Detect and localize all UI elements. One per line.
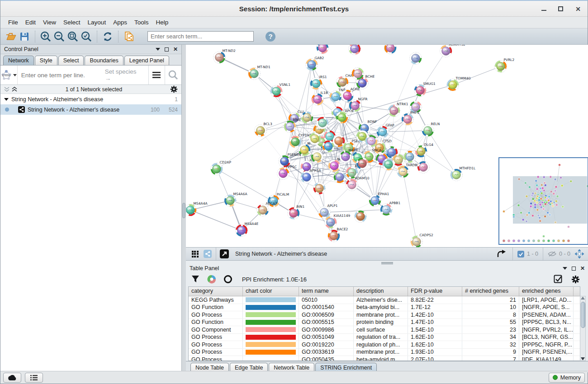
- network-node[interactable]: TOMM40: [447, 76, 471, 91]
- collection-expand-icon[interactable]: [4, 98, 9, 101]
- network-node[interactable]: PVRL2: [495, 58, 515, 73]
- network-options-gear-icon[interactable]: [170, 85, 178, 93]
- column-header-chart-color[interactable]: chart color: [243, 287, 299, 296]
- network-node[interactable]: DLG4: [415, 143, 434, 158]
- menu-file[interactable]: File: [5, 18, 21, 27]
- minimize-button[interactable]: [541, 7, 546, 11]
- network-node[interactable]: GFAP: [377, 123, 394, 138]
- menu-tools[interactable]: Tools: [131, 18, 152, 27]
- maximize-button[interactable]: [558, 6, 563, 11]
- network-view-canvas[interactable]: MT-ND2MT-ND1VSNL1GAB2ADAMTS2PVRL2TOMM40S…: [186, 45, 588, 247]
- network-node[interactable]: [334, 171, 346, 183]
- string-terms-input[interactable]: [18, 72, 105, 79]
- network-node[interactable]: ABCA7: [257, 201, 277, 216]
- network-node[interactable]: [317, 45, 329, 54]
- network-node[interactable]: PHF1: [402, 111, 419, 126]
- network-node[interactable]: [393, 154, 405, 166]
- string-protein-query-dropdown[interactable]: STRING: [0, 66, 18, 84]
- table-panel-resize-grip[interactable]: [186, 261, 588, 264]
- table-row[interactable]: GO ProcessGO:0033619membrane prot...1.93…: [189, 349, 580, 356]
- table-panel-float-icon[interactable]: [572, 267, 576, 271]
- table-row[interactable]: GO FunctionGO:0001540beta-amyloid bi...1…: [189, 304, 580, 312]
- table-panel-close-icon[interactable]: ✕: [580, 265, 585, 272]
- network-node[interactable]: GAB2: [306, 56, 324, 71]
- refresh-icon[interactable]: [101, 30, 114, 43]
- network-node[interactable]: APBB1: [380, 201, 401, 216]
- table-panel-menu-icon[interactable]: [563, 267, 567, 270]
- column-header-category[interactable]: category: [189, 287, 243, 296]
- network-node[interactable]: SMUG1: [414, 82, 436, 97]
- table-row[interactable]: GO ComponentGO:0009986cell surface1.54E-…: [189, 326, 580, 334]
- network-node[interactable]: CHAT: [337, 74, 355, 89]
- network-node[interactable]: [309, 133, 321, 145]
- task-history-button[interactable]: [25, 373, 43, 383]
- table-row[interactable]: KEGG Pathways05010Alzheimer's dise...8.8…: [189, 296, 580, 304]
- menu-help[interactable]: Help: [152, 18, 171, 27]
- menu-edit[interactable]: Edit: [22, 18, 39, 27]
- network-node[interactable]: [352, 68, 364, 80]
- set-species-link[interactable]: Set species →: [105, 68, 148, 82]
- network-node[interactable]: CD2AP: [211, 160, 232, 175]
- birdseye-toggle-icon[interactable]: [201, 248, 214, 260]
- column-header-term-name[interactable]: term name: [299, 287, 354, 296]
- help-icon[interactable]: ?: [264, 30, 277, 43]
- menu-apps[interactable]: Apps: [110, 18, 130, 27]
- close-button[interactable]: ✕: [575, 6, 581, 12]
- network-node[interactable]: [333, 135, 345, 147]
- collapse-all-icon[interactable]: [4, 87, 10, 92]
- clone-network-icon[interactable]: [122, 30, 136, 43]
- network-node[interactable]: [404, 151, 416, 163]
- network-node[interactable]: [355, 211, 367, 223]
- query-search-icon[interactable]: [165, 66, 181, 84]
- network-node[interactable]: [356, 158, 369, 170]
- panel-float-icon[interactable]: [165, 47, 169, 52]
- network-node[interactable]: [349, 45, 361, 55]
- network-collection-row[interactable]: String Network - Alzheimer's disease 1: [0, 94, 181, 104]
- network-node[interactable]: IRS1: [310, 75, 327, 90]
- zoom-fit-icon[interactable]: [66, 30, 80, 43]
- scroll-down-icon[interactable]: [581, 357, 585, 360]
- scroll-up-icon[interactable]: [581, 297, 585, 300]
- panel-close-icon[interactable]: ✕: [173, 46, 178, 52]
- tab-network[interactable]: Network: [3, 56, 34, 65]
- search-input[interactable]: [147, 31, 254, 42]
- network-row[interactable]: String Network - Alzheimer's disease 100…: [0, 104, 181, 115]
- app-store-cloud-button[interactable]: [3, 373, 21, 383]
- table-row[interactable]: GO ProcessGO:0051049regulation of tra...…: [189, 334, 580, 342]
- expand-all-icon[interactable]: [12, 87, 18, 92]
- network-node[interactable]: CADPS2: [411, 233, 433, 248]
- table-row[interactable]: GO ProcessGO:0019220regulation of ph...1…: [189, 341, 580, 349]
- open-in-browser-icon[interactable]: [218, 248, 231, 260]
- network-node[interactable]: MT-ND2: [213, 49, 236, 64]
- network-node[interactable]: [317, 117, 329, 129]
- column-header-enriched-genes[interactable]: enriched genes: [519, 287, 574, 296]
- tab-boundaries[interactable]: Boundaries: [85, 56, 123, 65]
- panel-menu-icon[interactable]: [156, 48, 160, 51]
- network-node[interactable]: [301, 112, 313, 124]
- menu-layout[interactable]: Layout: [85, 18, 109, 27]
- zoom-out-icon[interactable]: [52, 30, 66, 43]
- column-header-fdr-p-value[interactable]: FDR p-value: [408, 287, 462, 296]
- grid-view-icon[interactable]: [189, 248, 201, 260]
- network-node[interactable]: [410, 52, 422, 65]
- column-header--enriched-genes[interactable]: # enriched genes: [462, 287, 519, 296]
- menu-select[interactable]: Select: [60, 18, 84, 27]
- network-node[interactable]: BACE2: [328, 227, 348, 242]
- export-network-icon[interactable]: [495, 248, 508, 260]
- table-row[interactable]: GO ProcessGO:0006509membrane prot...1.42…: [189, 311, 580, 319]
- network-node[interactable]: ADAMTS2: [440, 45, 466, 57]
- network-node[interactable]: VSNL1: [270, 83, 291, 98]
- memory-button[interactable]: Memory: [549, 373, 585, 383]
- network-node[interactable]: MTHFD1L: [450, 166, 476, 181]
- save-session-icon[interactable]: [18, 30, 31, 43]
- menu-view[interactable]: View: [40, 18, 59, 27]
- zoom-selected-icon[interactable]: [80, 30, 93, 43]
- select-columns-icon[interactable]: [553, 274, 563, 284]
- network-node[interactable]: [365, 135, 378, 147]
- draw-charts-icon[interactable]: [207, 274, 217, 284]
- filter-enrichment-icon[interactable]: [190, 274, 200, 284]
- scroll-thumb[interactable]: [581, 302, 585, 328]
- network-node[interactable]: [417, 161, 430, 173]
- network-node[interactable]: [322, 140, 335, 153]
- birds-eye-overview[interactable]: [498, 157, 588, 245]
